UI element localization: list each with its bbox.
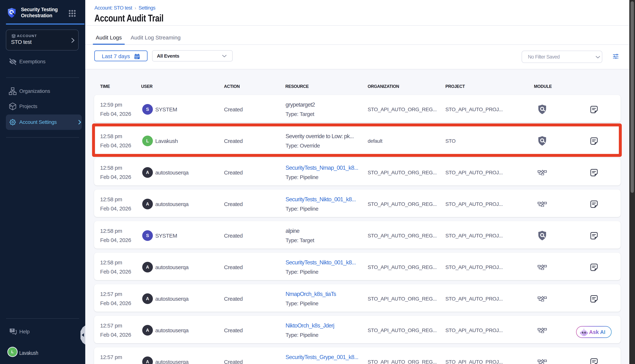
svg-text:?: ? — [11, 328, 13, 332]
